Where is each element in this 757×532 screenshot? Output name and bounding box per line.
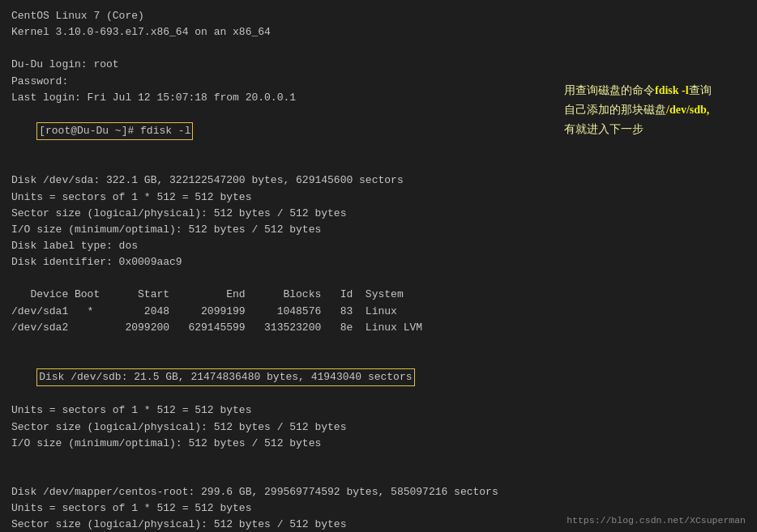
os-line2: Kernel 3.10.0-693.el7.x86_64 on an x86_6… <box>11 24 746 40</box>
annotation-line1: 用查询磁盘的命令 <box>564 84 655 96</box>
sda-line1: Disk /dev/sda: 322.1 GB, 322122547200 by… <box>11 172 746 189</box>
blank6 <box>11 468 746 484</box>
blank2 <box>11 156 746 172</box>
annotation-line4: 有就进入下一步 <box>564 123 644 135</box>
terminal: CentOS Linux 7 (Core) Kernel 3.10.0-693.… <box>0 0 757 532</box>
annotation-line3: 自己添加的那块磁盘 <box>564 104 666 116</box>
login-line: Du-Du login: root <box>11 57 746 73</box>
annotation-dev: /dev/sdb, <box>666 104 709 116</box>
annotation-line2: 查询 <box>689 84 712 96</box>
url-bar: https://blog.csdn.net/XCsuperman <box>567 515 746 526</box>
blank3 <box>11 270 746 287</box>
sda2-row: /dev/sda2 2099200 629145599 313523200 8e… <box>11 320 746 336</box>
annotation-box: 用查询磁盘的命令fdisk -l查询 自己添加的那块磁盘/dev/sdb, 有就… <box>564 81 742 138</box>
sdb-sector: Sector size (logical/physical): 512 byte… <box>11 419 746 436</box>
blank4 <box>11 336 746 352</box>
sdb-units: Units = sectors of 1 * 512 = 512 bytes <box>11 402 746 419</box>
sda-sector: Sector size (logical/physical): 512 byte… <box>11 206 746 222</box>
centos-root-line1: Disk /dev/mapper/centos-root: 299.6 GB, … <box>11 484 746 500</box>
sda-identifier: Disk identifier: 0x0009aac9 <box>11 254 746 270</box>
partition-header: Device Boot Start End Blocks Id System <box>11 287 746 303</box>
sda-label: Disk label type: dos <box>11 238 746 254</box>
sda1-row: /dev/sda1 * 2048 2099199 1048576 83 Linu… <box>11 304 746 320</box>
annotation-cmd: fdisk -l <box>655 84 689 96</box>
command-box: [root@Du-Du ~]# fdisk -l <box>36 122 193 140</box>
sda-units: Units = sectors of 1 * 512 = 512 bytes <box>11 189 746 206</box>
sda-io: I/O size (minimum/optimal): 512 bytes / … <box>11 222 746 238</box>
blank1 <box>11 40 746 57</box>
blank5 <box>11 452 746 468</box>
sdb-box: Disk /dev/sdb: 21.5 GB, 21474836480 byte… <box>36 368 414 386</box>
sdb-io: I/O size (minimum/optimal): 512 bytes / … <box>11 436 746 452</box>
os-line1: CentOS Linux 7 (Core) <box>11 8 746 24</box>
sdb-line1: Disk /dev/sdb: 21.5 GB, 21474836480 byte… <box>11 352 746 402</box>
